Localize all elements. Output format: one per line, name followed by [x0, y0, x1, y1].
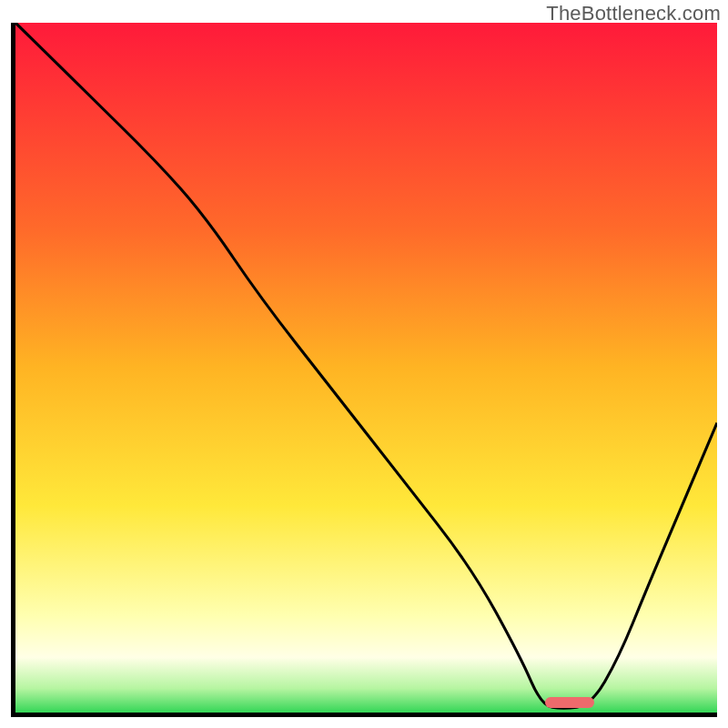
- watermark-text: TheBottleneck.com: [546, 2, 721, 25]
- chart-svg: [15, 23, 717, 713]
- plot-area: [11, 23, 717, 717]
- optimal-range-marker: [545, 697, 594, 708]
- chart-stage: TheBottleneck.com: [0, 0, 728, 728]
